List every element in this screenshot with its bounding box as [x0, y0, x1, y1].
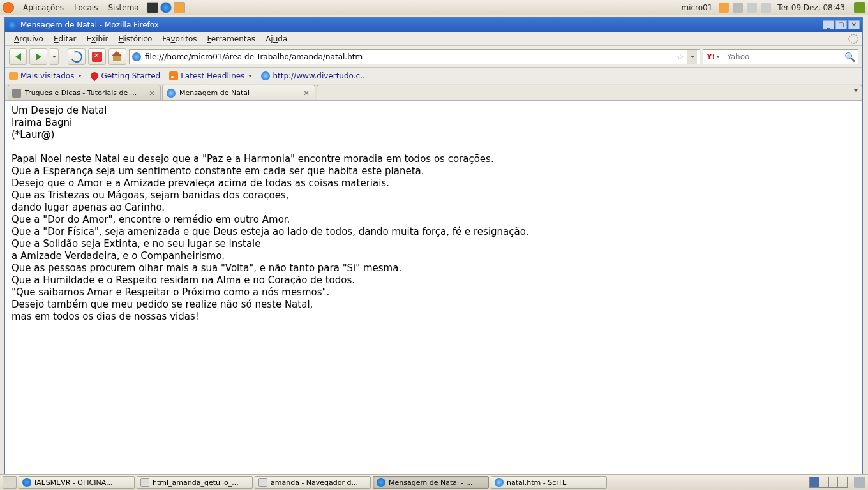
bookmark-getting-started[interactable]: Getting Started — [91, 71, 160, 80]
trash-icon[interactable] — [854, 477, 865, 488]
tab-mensagem-de-natal[interactable]: Mensagem de Natal ✕ — [162, 85, 315, 100]
gnome-bottom-panel: IAESMEVR - OFICINA... html_amanda_getuli… — [0, 474, 868, 490]
firefox-launcher-icon[interactable] — [160, 2, 172, 13]
page-line: dando lugar apenas ao Carinho. — [11, 202, 856, 214]
bookmark-star-icon[interactable]: ☆ — [676, 52, 684, 62]
tab-favicon-icon — [167, 89, 176, 98]
firefox-icon — [377, 478, 385, 487]
page-line: Que as pessoas procurem olhar mais a sua… — [11, 262, 856, 274]
activity-throbber-icon — [848, 34, 858, 44]
menu-exibir[interactable]: Exibir — [82, 34, 114, 43]
minimize-button[interactable]: _ — [823, 20, 834, 29]
page-line: a Amizade Verdadeira, e o Companheirismo… — [11, 250, 856, 262]
clock[interactable]: Ter 09 Dez, 08:43 — [775, 3, 848, 12]
folder-icon — [9, 72, 18, 80]
home-button[interactable] — [108, 48, 126, 65]
file-icon — [140, 478, 149, 487]
search-go-icon[interactable]: 🔍 — [844, 52, 855, 62]
reload-button[interactable] — [68, 48, 86, 65]
bookmark-latest-headlines[interactable]: Latest Headlines — [169, 71, 252, 80]
stop-button[interactable] — [88, 48, 106, 65]
page-line: Que a Solidão seja Extinta, e no seu lug… — [11, 238, 856, 250]
search-engine-selector[interactable]: Y! — [703, 49, 724, 64]
page-line: Que as Tristezas ou Mágoas, sejam banida… — [11, 189, 856, 202]
menu-ajuda[interactable]: Ajuda — [260, 34, 292, 43]
url-input[interactable] — [145, 52, 673, 61]
gnome-top-panel: Aplicações Locais Sistema micro01 Ter 09… — [0, 0, 868, 15]
tab-close-icon[interactable]: ✕ — [302, 89, 311, 98]
pin-icon — [89, 70, 100, 81]
page-line: Desejo que o Amor e a Amizade prevaleça … — [11, 177, 856, 189]
menu-historico[interactable]: Histórico — [113, 34, 157, 43]
workspace-switcher[interactable] — [809, 477, 848, 488]
close-button[interactable]: ✕ — [848, 20, 860, 29]
page-line: "Que saibamos Amar e Respeitar o Próximo… — [11, 286, 856, 299]
logout-icon[interactable] — [854, 2, 865, 13]
network-icon[interactable] — [733, 3, 743, 13]
battery-icon[interactable] — [747, 3, 757, 13]
menu-favoritos[interactable]: Favoritos — [157, 34, 202, 43]
task-iaesmevr[interactable]: IAESMEVR - OFICINA... — [19, 476, 135, 489]
globe-icon — [261, 71, 270, 80]
page-line: Que a "Dor Física", seja amenizada e que… — [11, 226, 856, 238]
new-tab-area[interactable] — [317, 85, 862, 100]
page-line: Iraima Bagni — [11, 117, 856, 129]
firefox-app-icon — [8, 20, 17, 29]
firefox-menubar: Arquivo Editar Exibir Histórico Favorito… — [5, 32, 862, 46]
all-tabs-dropdown-icon[interactable] — [854, 89, 858, 92]
firefox-icon — [22, 478, 31, 487]
terminal-icon[interactable] — [147, 2, 158, 13]
task-mensagem-de-natal[interactable]: Mensagem de Natal - ... — [373, 476, 489, 489]
page-line: Que a Humildade e o Respeito residam na … — [11, 274, 856, 286]
ubuntu-logo-icon[interactable] — [3, 2, 14, 13]
menu-aplicacoes[interactable]: Aplicações — [18, 3, 69, 12]
page-line: mas em todos os dias de nossas vidas! — [11, 311, 856, 323]
page-line: Que a "Dor do Amor", encontre o remédio … — [11, 214, 856, 226]
tab-close-icon[interactable]: ✕ — [147, 89, 156, 98]
menu-arquivo[interactable]: Arquivo — [9, 34, 49, 43]
tab-strip: Truques e Dicas - Tutoriais de ... ✕ Men… — [5, 84, 862, 101]
volume-icon[interactable] — [761, 3, 771, 13]
show-desktop-button[interactable] — [3, 476, 17, 489]
task-amanda-navegador[interactable]: amanda - Navegador d... — [255, 476, 371, 489]
stop-icon — [92, 52, 102, 62]
window-title: Mensagem de Natal - Mozilla Firefox — [20, 20, 159, 29]
back-button[interactable] — [9, 48, 27, 65]
url-bar[interactable]: ☆ — [129, 49, 700, 64]
maximize-button[interactable]: ▢ — [835, 20, 847, 29]
bookmarks-toolbar: Mais visitados Getting Started Latest He… — [5, 68, 862, 84]
page-line: Desejo também que meu pedido se realize … — [11, 299, 856, 311]
site-identity-icon[interactable] — [132, 52, 141, 61]
page-content: Um Desejo de Natal Iraima Bagni (*Laur@)… — [5, 101, 862, 474]
system-tray: micro01 Ter 09 Dez, 08:43 — [678, 2, 865, 13]
quick-launch — [147, 2, 185, 13]
search-box[interactable]: 🔍 — [724, 49, 858, 64]
bookmark-mais-visitados[interactable]: Mais visitados — [9, 71, 82, 80]
url-history-dropdown[interactable] — [687, 50, 697, 64]
tab-title: Mensagem de Natal — [179, 89, 298, 97]
scite-icon — [495, 478, 504, 487]
navigation-toolbar: ☆ Y! 🔍 — [5, 46, 862, 68]
page-line: Que a Esperança seja um sentimento const… — [11, 165, 856, 177]
search-input[interactable] — [727, 52, 844, 61]
window-titlebar[interactable]: Mensagem de Natal - Mozilla Firefox _ ▢ … — [5, 18, 862, 32]
page-line: Um Desejo de Natal — [11, 105, 856, 117]
tab-favicon-icon — [12, 89, 21, 98]
update-icon[interactable] — [719, 3, 729, 13]
menu-sistema[interactable]: Sistema — [103, 3, 144, 12]
folder-icon — [258, 478, 267, 487]
page-line: (*Laur@) — [11, 129, 856, 141]
task-scite[interactable]: natal.htm - SciTE — [491, 476, 607, 489]
firefox-window: Mensagem de Natal - Mozilla Firefox _ ▢ … — [4, 17, 863, 474]
page-line — [11, 141, 856, 153]
forward-button[interactable] — [29, 48, 47, 65]
bookmark-divertudo[interactable]: http://www.divertudo.c... — [261, 71, 367, 80]
help-launcher-icon[interactable] — [174, 2, 185, 13]
tab-truques-e-dicas[interactable]: Truques e Dicas - Tutoriais de ... ✕ — [8, 85, 161, 100]
menu-locais[interactable]: Locais — [69, 3, 103, 12]
history-dropdown-button[interactable] — [50, 48, 59, 65]
menu-ferramentas[interactable]: Ferramentas — [202, 34, 260, 43]
menu-editar[interactable]: Editar — [49, 34, 82, 43]
task-html-amanda[interactable]: html_amanda_getulio_... — [137, 476, 253, 489]
user-label[interactable]: micro01 — [678, 3, 715, 12]
